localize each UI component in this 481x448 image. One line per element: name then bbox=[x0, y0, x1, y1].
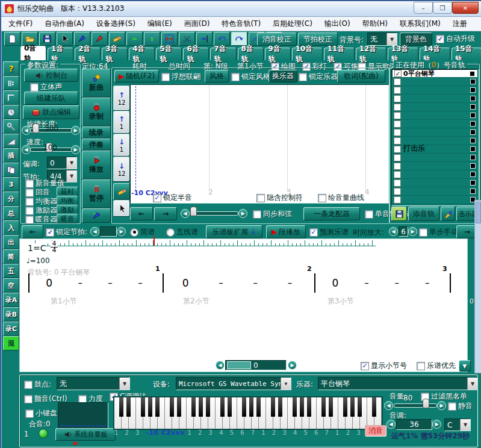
menu-item-2[interactable]: 设备选择(S) bbox=[96, 19, 135, 29]
rail-in-button[interactable]: 入 bbox=[3, 220, 19, 235]
lock-instrument-checkbox[interactable]: 锁定乐器 bbox=[299, 72, 338, 82]
black-key-11[interactable] bbox=[199, 397, 203, 417]
black-key-24[interactable] bbox=[293, 397, 297, 417]
beat-spin-right[interactable]: ▶ bbox=[117, 227, 126, 236]
segment-play-button[interactable]: ▶段播放 bbox=[266, 225, 306, 238]
fx-checkbox-4[interactable]: 暖音器 bbox=[25, 214, 57, 225]
track-checkbox-4[interactable] bbox=[394, 104, 401, 111]
tab-track-15[interactable]: 15音轨 bbox=[452, 48, 481, 60]
track-row-15[interactable] bbox=[392, 196, 477, 204]
black-key-25[interactable] bbox=[300, 397, 304, 417]
manual-step-checkbox[interactable]: 单步手动 bbox=[419, 227, 458, 237]
time-ruler[interactable] bbox=[35, 240, 376, 246]
maximize-button[interactable]: ❐ bbox=[433, 2, 452, 14]
tab-track-4[interactable]: 4音轨 bbox=[129, 48, 155, 60]
black-key-15[interactable] bbox=[228, 397, 232, 417]
auto-upgrade-checkbox[interactable]: ✓ 自动升级 bbox=[436, 34, 475, 44]
mute-checkbox[interactable]: 静音 bbox=[448, 401, 473, 411]
minimize-button[interactable]: – bbox=[414, 2, 433, 14]
drum-edit-button[interactable]: 鼓点编辑 bbox=[23, 105, 79, 119]
hide-control-checkbox[interactable]: 隐含控制符 bbox=[256, 193, 303, 203]
rail-triplet-button[interactable]: 3 bbox=[3, 177, 19, 191]
transport-button-5[interactable]: 暂停 bbox=[82, 179, 111, 208]
measure-3[interactable]: 0––– bbox=[319, 273, 442, 293]
instrument-select[interactable]: 平台钢琴▼ bbox=[318, 377, 478, 390]
track-checkbox-15[interactable] bbox=[394, 196, 401, 204]
rail-copy-button[interactable] bbox=[3, 163, 19, 177]
track-checkbox-6[interactable] bbox=[394, 120, 401, 128]
system-volume-button[interactable]: 系统音量板 bbox=[55, 428, 116, 441]
style-button[interactable]: 风格 bbox=[205, 70, 229, 82]
black-key-21[interactable] bbox=[271, 397, 275, 417]
fancy-checkbox[interactable]: 浮想联翩 bbox=[161, 72, 200, 82]
score-expand-button[interactable]: 乐谱板扩展↓ bbox=[206, 225, 262, 238]
menu-item-7[interactable]: 输出(O) bbox=[324, 19, 350, 29]
track-checkbox-8[interactable] bbox=[394, 137, 401, 145]
black-key-14[interactable] bbox=[220, 397, 225, 417]
change-instrument-button[interactable]: 换乐器 bbox=[268, 70, 297, 82]
rail-empty-button[interactable]: 空 bbox=[3, 278, 19, 293]
track-row-6[interactable] bbox=[392, 120, 477, 128]
track-checkbox-14[interactable] bbox=[394, 188, 401, 195]
pitch-spin-left[interactable]: ◀ bbox=[386, 420, 396, 429]
black-key-12[interactable] bbox=[206, 397, 210, 417]
draw-volume-checkbox[interactable]: 绘音量曲线 bbox=[318, 193, 364, 203]
piano-keyboard[interactable] bbox=[113, 396, 383, 430]
black-key-31[interactable] bbox=[343, 397, 347, 417]
close-button[interactable]: ✕ bbox=[452, 2, 479, 14]
tab-track-10[interactable]: 10音轨 bbox=[292, 48, 323, 60]
track-row-2[interactable] bbox=[392, 86, 477, 95]
track-checkbox-2[interactable] bbox=[394, 87, 401, 94]
transport-button-2[interactable]: 续录 bbox=[82, 126, 111, 138]
tab-track-1[interactable]: 1音轨 bbox=[48, 48, 73, 60]
tab-track-9[interactable]: 9音轨 bbox=[265, 48, 291, 60]
mini-keyboard-checkbox[interactable]: 小键盘 bbox=[25, 408, 57, 418]
black-key-17[interactable] bbox=[242, 397, 246, 417]
lock-style-checkbox[interactable]: 锁定风格 bbox=[231, 72, 270, 82]
playhead-marker[interactable] bbox=[154, 236, 155, 246]
black-key-18[interactable] bbox=[249, 397, 253, 417]
black-key-5[interactable] bbox=[155, 397, 160, 417]
tab-track-12[interactable]: 12音轨 bbox=[356, 48, 386, 60]
add-track-button[interactable]: 添音轨 bbox=[408, 207, 439, 221]
black-key-0[interactable] bbox=[119, 397, 123, 417]
console-button[interactable]: 控制台 bbox=[24, 69, 78, 82]
rail-repeat-button[interactable] bbox=[3, 76, 19, 90]
device-select[interactable]: Microsoft GS Wavetable Synth▼ bbox=[176, 377, 291, 390]
tab-track-0[interactable]: 0音轨 bbox=[20, 46, 46, 60]
piano-roll-grid[interactable] bbox=[130, 84, 389, 204]
black-key-1[interactable] bbox=[126, 397, 131, 417]
new-file-button[interactable] bbox=[4, 32, 20, 46]
menu-item-3[interactable]: 编辑(E) bbox=[147, 19, 172, 29]
one-stop-orchestration-button[interactable]: 一条龙配器 bbox=[303, 207, 360, 220]
menu-item-10[interactable]: 注册 bbox=[453, 19, 467, 29]
track-row-10[interactable] bbox=[392, 154, 477, 162]
track-checkbox-12[interactable] bbox=[394, 171, 401, 178]
drum-point-checkbox[interactable]: 鼓点: bbox=[24, 379, 51, 390]
tab-track-2[interactable]: 2音轨 bbox=[75, 48, 101, 60]
track-row-4[interactable] bbox=[392, 103, 477, 111]
scroll-right-button[interactable]: → bbox=[154, 207, 177, 220]
tab-track-14[interactable]: 14音轨 bbox=[420, 48, 450, 60]
rail-out-button[interactable]: 出 bbox=[3, 235, 19, 249]
score-left-button[interactable]: ← bbox=[22, 225, 43, 238]
transport-button-1[interactable]: 录制 bbox=[82, 98, 111, 126]
cursor-tool-button[interactable] bbox=[113, 200, 130, 217]
track-checkbox-13[interactable] bbox=[394, 179, 401, 187]
measure-2[interactable]: 0––– bbox=[167, 273, 307, 293]
rail-help-button[interactable]: ? bbox=[3, 61, 19, 76]
mute-button[interactable]: 消音 bbox=[365, 425, 386, 437]
rail-rec-c-button[interactable]: 录C bbox=[3, 322, 19, 336]
score-first-checkbox[interactable]: 乐谱优先 bbox=[417, 361, 456, 371]
track-row-14[interactable] bbox=[392, 187, 477, 196]
track-checkbox-5[interactable] bbox=[394, 112, 401, 119]
transport-button-6[interactable] bbox=[82, 208, 111, 223]
sync-chord-checkbox[interactable]: 同步和弦 bbox=[253, 209, 292, 219]
black-key-22[interactable] bbox=[278, 397, 282, 417]
menu-item-8[interactable]: 帮助(H) bbox=[362, 19, 388, 29]
black-key-4[interactable] bbox=[148, 397, 152, 417]
brush-track-button[interactable] bbox=[441, 207, 455, 221]
pencil-tool-button[interactable] bbox=[113, 183, 130, 200]
track-row-0[interactable]: ✓0平台钢琴 bbox=[392, 69, 477, 78]
staff-radio[interactable]: 五线谱 bbox=[166, 227, 198, 237]
